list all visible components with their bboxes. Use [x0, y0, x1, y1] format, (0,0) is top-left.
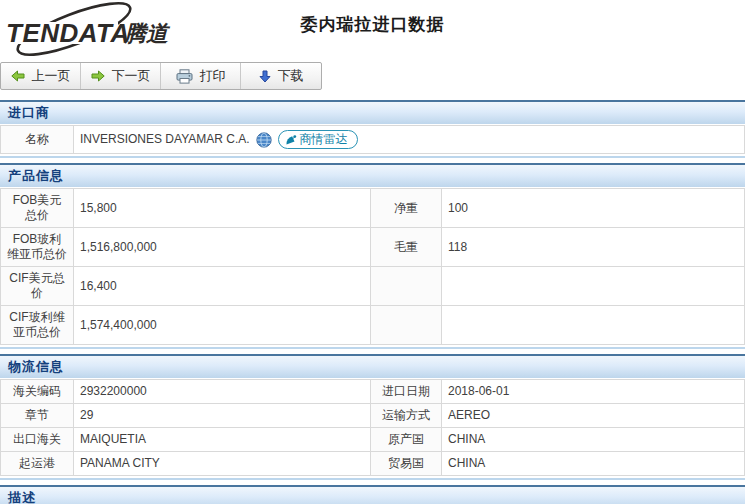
field-value: 29	[74, 404, 371, 428]
table-row: FOB美元总价 15,800 净重 100	[1, 189, 745, 228]
page-title: 委内瑞拉进口数据	[0, 13, 745, 36]
arrow-down-icon	[259, 70, 271, 83]
pager-toolbar: 上一页 下一页 打印 下载	[0, 62, 322, 90]
field-value: 1,574,400,000	[74, 306, 371, 345]
field-label: 起运港	[1, 452, 74, 476]
field-value	[442, 267, 745, 306]
field-value: 2932200000	[74, 380, 371, 404]
field-label: 运输方式	[371, 404, 442, 428]
field-label: 出口海关	[1, 428, 74, 452]
section-importer: 进口商 名称 INVERSIONES DAYAMAR C.A.	[0, 100, 745, 158]
prev-page-button[interactable]: 上一页	[1, 63, 81, 89]
next-page-label: 下一页	[112, 67, 151, 85]
download-button[interactable]: 下载	[241, 63, 321, 89]
table-row: FOB玻利维亚币总价 1,516,800,000 毛重 118	[1, 228, 745, 267]
field-label: 净重	[371, 189, 442, 228]
arrow-right-icon	[91, 70, 105, 82]
section-logistics: 物流信息 海关编码 2932200000 进口日期 2018-06-01 章节 …	[0, 354, 745, 480]
field-value: AEREO	[442, 404, 745, 428]
field-value: MAIQUETIA	[74, 428, 371, 452]
field-label: 毛重	[371, 228, 442, 267]
field-label: 原产国	[371, 428, 442, 452]
field-value: 15,800	[74, 189, 371, 228]
table-row: 海关编码 2932200000 进口日期 2018-06-01	[1, 380, 745, 404]
radar-dish-icon	[285, 134, 297, 146]
section-product-title: 产品信息	[0, 163, 745, 187]
importer-name-label: 名称	[1, 126, 74, 154]
table-row: CIF玻利维亚币总价 1,574,400,000	[1, 306, 745, 345]
table-row: 起运港 PANAMA CITY 贸易国 CHINA	[1, 452, 745, 476]
field-label	[371, 306, 442, 345]
field-value: 100	[442, 189, 745, 228]
field-label: FOB美元总价	[1, 189, 74, 228]
field-value	[442, 306, 745, 345]
section-logistics-title: 物流信息	[0, 354, 745, 378]
field-label: CIF美元总价	[1, 267, 74, 306]
field-value: CHINA	[442, 428, 745, 452]
globe-icon[interactable]	[256, 132, 272, 148]
field-value: 118	[442, 228, 745, 267]
section-importer-title: 进口商	[0, 100, 745, 124]
field-label: CIF玻利维亚币总价	[1, 306, 74, 345]
printer-icon	[176, 69, 193, 84]
section-description-title: 描述	[0, 485, 745, 504]
download-label: 下载	[278, 67, 304, 85]
table-row: 出口海关 MAIQUETIA 原产国 CHINA	[1, 428, 745, 452]
table-row: CIF美元总价 16,400	[1, 267, 745, 306]
print-button[interactable]: 打印	[161, 63, 241, 89]
field-value: 1,516,800,000	[74, 228, 371, 267]
business-radar-label: 商情雷达	[300, 132, 348, 147]
section-description: 描述 章节描述 PRODUCTOS QUÍMICOS ORGÁNICOS 编码描…	[0, 485, 745, 504]
field-label: 章节	[1, 404, 74, 428]
table-row: 章节 29 运输方式 AEREO	[1, 404, 745, 428]
importer-name-value: INVERSIONES DAYAMAR C.A.	[80, 132, 250, 147]
field-value: 16,400	[74, 267, 371, 306]
print-label: 打印	[200, 67, 226, 85]
field-label	[371, 267, 442, 306]
business-radar-button[interactable]: 商情雷达	[278, 130, 358, 149]
next-page-button[interactable]: 下一页	[81, 63, 161, 89]
field-label: 海关编码	[1, 380, 74, 404]
field-label: 进口日期	[371, 380, 442, 404]
arrow-left-icon	[11, 70, 25, 82]
field-label: FOB玻利维亚币总价	[1, 228, 74, 267]
section-product: 产品信息 FOB美元总价 15,800 净重 100 FOB玻利维亚币总价 1,…	[0, 163, 745, 349]
field-value: CHINA	[442, 452, 745, 476]
table-row: 名称 INVERSIONES DAYAMAR C.A.	[1, 126, 745, 154]
detail-content: 进口商 名称 INVERSIONES DAYAMAR C.A.	[0, 100, 745, 504]
prev-page-label: 上一页	[32, 67, 71, 85]
field-value: 2018-06-01	[442, 380, 745, 404]
field-value: PANAMA CITY	[74, 452, 371, 476]
field-label: 贸易国	[371, 452, 442, 476]
